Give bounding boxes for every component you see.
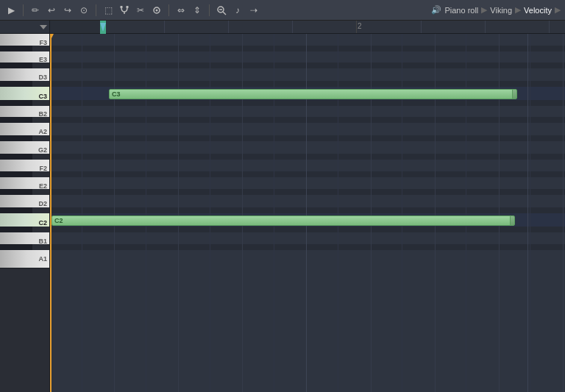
flip-v-icon[interactable]: ⇕ [191,4,204,17]
key-label-d2: D2 [38,200,47,207]
svg-marker-8 [40,25,47,29]
key-label-c3: C3 [38,93,47,100]
flip-h-icon[interactable]: ⇔ [174,4,188,17]
beat-line [114,34,115,392]
svg-rect-1 [127,6,129,8]
svg-rect-0 [121,6,123,8]
key-label-a2: A2 [38,128,47,135]
note-resize-c2[interactable] [510,216,514,225]
key-label-c2: C2 [38,219,47,227]
piano-keyboard[interactable]: .pkey { position: absolute; left: 0; rig… [0,34,50,392]
grid-container[interactable]: .grow { position: absolute; left: 0; rig… [50,34,565,392]
key-label-e2: E2 [39,182,47,190]
playhead [50,34,51,392]
note-label-c2: C2 [54,217,63,224]
arrows-icon[interactable]: ⇢ [247,4,260,17]
breadcrumb-instrument: Viking [490,6,512,15]
ruler[interactable]: 1 2 3 [100,21,565,34]
separator [96,4,96,16]
play-icon[interactable]: ▶ [4,4,18,17]
sub-beat-line [274,34,274,392]
key-label-d3: D3 [38,74,47,81]
toolbar: ▶ ✏ ↩ ↪ ⊙ ⬚ ✂ ⇔ ⇕ ♪ ⇢ 🔊 Piano roll ▶ [0,0,565,21]
beat-line [178,34,179,392]
magnet-icon[interactable] [118,4,131,17]
redo-icon[interactable]: ↪ [61,4,74,17]
draw-icon[interactable]: ✏ [29,4,42,17]
bar-line-2 [306,34,307,392]
beat-line [242,34,243,392]
sub-beat-line [338,34,338,392]
svg-line-6 [223,12,226,15]
note-c3[interactable]: C3 [109,89,517,99]
beat-line [435,34,436,392]
breadcrumb-pattern: Velocity [524,6,552,15]
sub-beat-line [210,34,210,392]
sub-beat-line [402,34,402,392]
key-label-f3: F3 [39,39,47,46]
main-area: .pkey { position: absolute; left: 0; rig… [0,34,565,392]
key-a1[interactable]: A1 [0,250,49,268]
speaker-icon[interactable]: ♪ [231,4,244,17]
speaker-small-icon: 🔊 [431,5,441,15]
sub-beat-line [466,34,466,392]
breadcrumb-sep3: ▶ [555,5,561,15]
grid[interactable]: .grow { position: absolute; left: 0; rig… [50,34,565,392]
ruler-beat-line [164,21,165,33]
note-resize-c3[interactable] [512,90,516,99]
key-label-a1: A1 [38,255,47,263]
key-label-f2: F2 [39,165,47,172]
sub-beat-line [146,34,146,392]
breadcrumb: 🔊 Piano roll ▶ Viking ▶ Velocity ▶ [431,5,561,15]
cut-icon[interactable]: ✂ [134,4,147,17]
note-label-c3: C3 [112,90,121,98]
separator [168,4,169,16]
breadcrumb-pianoroll: Piano roll [444,6,478,15]
svg-marker-9 [100,23,106,32]
separator [23,4,24,16]
ruler-beat-line [228,21,229,33]
sub-beat-line [82,34,82,392]
glue-icon[interactable] [150,4,163,17]
ruler-line-2 [356,21,357,33]
ruler-mark-2: 2 [358,22,362,30]
separator [209,4,210,16]
svg-point-4 [156,9,158,11]
select-lasso-icon[interactable]: ⬚ [102,4,115,17]
breadcrumb-sep2: ▶ [515,5,521,15]
ruler-beat-line [485,21,486,33]
zoom-icon[interactable] [215,4,228,17]
sub-beat-line [530,34,530,392]
breadcrumb-sep1: ▶ [481,5,487,15]
beat-line [499,34,500,392]
beat-line [371,34,372,392]
note-c2[interactable]: C2 [51,215,515,226]
loop-icon[interactable]: ⊙ [77,4,90,17]
top-left-corner [0,21,50,34]
beat-line [563,34,564,392]
bar-line-3 [527,34,528,392]
ruler-beat-line [421,21,422,33]
grid-row-a1 [50,250,565,268]
ruler-row: 1 2 3 [0,21,565,34]
key-label-g2: G2 [38,146,47,154]
key-label-b1: B1 [38,238,47,245]
undo-icon[interactable]: ↩ [45,4,58,17]
ruler-beat-line [549,21,550,33]
ruler-beat-line [292,21,293,33]
